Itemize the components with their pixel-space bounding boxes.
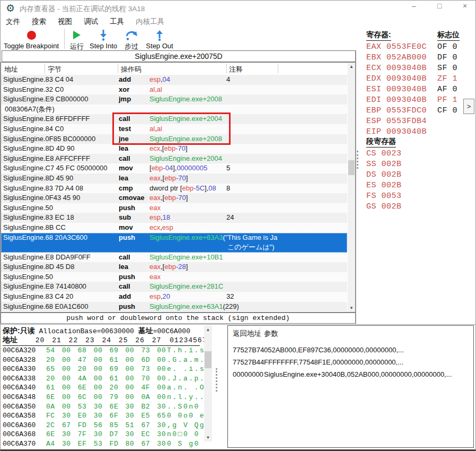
register-value[interactable]: ECX 0093040B — [366, 63, 427, 74]
toolbar: Toggle Breakpoint 运行 Step Into 步过 Step O… — [1, 28, 359, 50]
register-value[interactable]: ESP 0553FDB4 — [366, 116, 427, 127]
hex-scrollbar[interactable]: ▲ ▼ — [204, 326, 212, 441]
disasm-row[interactable]: SiglusEngine.50pusheax — [1, 203, 347, 213]
disasm-row[interactable]: SiglusEngine.83 C4 04addesp,044 — [1, 75, 347, 85]
step-out-arrow-up-icon — [154, 29, 165, 41]
stack-row[interactable]: 77527B44FFFFFFFF,77548F1E,00000000,00000… — [233, 356, 470, 368]
disasm-row[interactable]: SiglusEngine.E8 6FFDFFFFcallSiglusEngine… — [1, 114, 347, 124]
register-value[interactable]: EBP 0553FDC0 — [366, 106, 427, 116]
step-out-button[interactable]: Step Out — [143, 28, 176, 50]
hex-bytes: 6E 00 6C 00 79 00 0A 00 — [46, 393, 167, 402]
flag-value[interactable]: DF 0 — [437, 53, 457, 63]
disasm-row[interactable]: SiglusEngine.68 E0A1C600pushSiglusEngine… — [1, 302, 347, 312]
hex-bytes: 6E 30 7F 30 D7 30 EC 30 — [46, 430, 167, 439]
segment-register-value[interactable]: GS 002B — [366, 202, 402, 212]
hex-scroll-up-arrow[interactable]: ▲ — [204, 326, 212, 334]
menu-item-4[interactable]: 工具 — [110, 17, 124, 27]
disasm-row[interactable]: SiglusEngine.C7 45 FC 05000000mov[ebp-04… — [1, 163, 347, 174]
flag-value[interactable]: CF 0 — [437, 106, 457, 116]
disasm-row[interactable]: SiglusEngine.83 C4 20addesp,2032 — [1, 292, 347, 302]
register-value[interactable]: EDI 0093040B — [366, 95, 427, 106]
menu-item-3[interactable]: 调试 — [84, 17, 98, 27]
register-value[interactable]: ESI 0093040B — [366, 84, 427, 95]
disasm-row[interactable]: SiglusEngine.8D 45 D8leaeax,[ebp-28] — [1, 262, 347, 272]
segment-register-value[interactable]: CS 0023 — [366, 149, 402, 159]
segment-register-value[interactable]: DS 002B — [366, 170, 402, 180]
hex-row[interactable]: 00C6A358FC 30 E0 30 6F 30 E5 65 0 0o0 e — [3, 411, 210, 421]
segment-register-value[interactable]: FS 0053 — [366, 191, 402, 202]
hex-row[interactable]: 00C6A34061 00 6E 00 20 00 4F 00a.n. .O. — [3, 383, 210, 393]
bottom-splitter-handle[interactable] — [216, 368, 217, 392]
hex-row[interactable]: 00C6A3500A 00 53 30 6E 30 B2 30..S0n0 0 — [3, 402, 210, 412]
minimize-button[interactable]: – — [410, 2, 418, 10]
flag-value[interactable]: SF 0 — [437, 63, 457, 74]
register-value[interactable]: EIP 0093040B — [366, 127, 427, 137]
register-value[interactable]: EBX 052AB000 — [366, 53, 427, 63]
scroll-up-arrow[interactable]: ▲ — [348, 63, 355, 71]
maximize-button[interactable]: □ — [435, 2, 444, 10]
disasm-row[interactable]: SiglusEngine.0F85 BC000000jneSiglusEngin… — [1, 134, 347, 144]
disasm-row[interactable]: SiglusEngine.E8 74140800callSiglusEngine… — [1, 282, 347, 292]
menu-item-5[interactable]: 内核工具 — [136, 17, 164, 27]
instruction-address: SiglusEngine.E8 AFFCFFFF — [1, 154, 119, 164]
disasm-row[interactable]: SiglusEngine.0F43 45 90cmovaeeax,[ebp-70… — [1, 193, 347, 203]
menu-item-2[interactable]: 视图 — [58, 17, 72, 27]
run-button[interactable]: 运行 — [67, 28, 87, 51]
instruction-address: SiglusEngine.83 C4 20 — [1, 292, 119, 302]
hex-bytes: FC 30 E0 30 6F 30 E5 65 — [46, 411, 167, 421]
instruction-mnemonic: lea — [119, 144, 149, 154]
hex-scroll-down-arrow[interactable]: ▼ — [204, 433, 212, 441]
disasm-row[interactable]: 008306A7(条件) — [1, 105, 347, 115]
register-value[interactable]: EDX 0093040B — [366, 74, 427, 84]
hex-row[interactable]: 00C6A3486E 00 6C 00 79 00 0A 00n.l.y... — [3, 393, 210, 402]
disasm-row[interactable]: SiglusEngine.68 20A3C600pushSiglusEngine… — [1, 233, 347, 253]
column-header-opcode[interactable]: 操作码 — [121, 65, 142, 74]
scrollbar-thumb[interactable] — [348, 160, 355, 175]
disasm-row[interactable]: SiglusEngine.8D 45 90leaeax,[ebp-70] — [1, 174, 347, 184]
menu-item-0[interactable]: 文件 — [6, 17, 20, 27]
scroll-down-arrow[interactable]: ▼ — [348, 304, 355, 312]
disasm-row[interactable]: SiglusEngine.32 C0xoral,al — [1, 85, 347, 95]
flag-value[interactable]: AF 0 — [437, 84, 457, 95]
disasm-row[interactable]: SiglusEngine.83 7D A4 08cmpdword ptr [eb… — [1, 184, 347, 194]
column-header-comment[interactable]: 注释 — [229, 65, 243, 74]
stack-row[interactable]: 00000000SiglusEngine.exe+30040B,052AB000… — [233, 368, 470, 380]
hex-scrollbar-thumb[interactable] — [205, 351, 211, 368]
disasm-row[interactable]: SiglusEngine.8B CCmovecx,esp — [1, 223, 347, 233]
flag-value[interactable]: OF 0 — [437, 42, 457, 53]
vertical-splitter-handle[interactable] — [357, 151, 358, 169]
menu-item-1[interactable]: 搜索 — [32, 17, 46, 27]
flag-value[interactable]: ZF 1 — [437, 74, 457, 84]
return-address-column-header[interactable]: 返回地址 — [233, 329, 261, 339]
hex-row[interactable]: 00C6A3686E 30 7F 30 D7 30 EC 30n0□0 0 0 — [3, 430, 210, 439]
disasm-row[interactable]: SiglusEngine.E8 DDA9F0FFcallSiglusEngine… — [1, 253, 347, 263]
disassembly-scrollbar[interactable]: ▲ ▼ — [348, 63, 355, 312]
stack-row[interactable]: 77527B74052AB000,EF897C36,00000000,00000… — [233, 344, 470, 356]
parameters-column-header[interactable]: 参数 — [264, 329, 278, 339]
disasm-row[interactable]: SiglusEngine.E8 AFFCFFFFcallSiglusEngine… — [1, 154, 347, 164]
hex-row[interactable]: 00C6A33820 00 4A 00 61 00 70 00 .J.a.p. — [3, 374, 210, 384]
column-header-bytes[interactable]: 字节 — [48, 65, 61, 74]
disasm-row[interactable]: SiglusEngine.84 C0testal,al — [1, 124, 347, 134]
register-value[interactable]: EAX 0553FE0C — [366, 42, 427, 53]
protection-label: 保护:只读 — [3, 326, 35, 335]
address-input[interactable]: SiglusEngine.exe+20075D — [2, 50, 356, 62]
hex-row[interactable]: 00C6A32820 00 47 00 61 00 6D 00 .G.a.m. — [3, 355, 210, 365]
disasm-row[interactable]: SiglusEngine.50pusheax — [1, 272, 347, 282]
disasm-row[interactable]: SiglusEngine.8D 4D 90leaecx,[ebp-70] — [1, 144, 347, 154]
column-header-address[interactable]: 地址 — [4, 65, 18, 74]
hex-row[interactable]: 00C6A32054 00 68 00 69 00 73 00T.h.i.s. — [3, 346, 210, 355]
step-over-button[interactable]: 步过 — [120, 28, 143, 51]
hex-row[interactable]: 00C6A370A4 30 EF 53 FD 80 67 30 0 S g0 — [3, 439, 210, 449]
disasm-row[interactable]: SiglusEngine.83 EC 18subesp,1824 — [1, 213, 347, 223]
step-into-button[interactable]: Step Into — [87, 28, 120, 50]
hex-row[interactable]: 00C6A33065 00 20 00 69 00 73 00e. .i.s. — [3, 365, 210, 374]
expand-registers-button[interactable]: > — [463, 99, 474, 114]
close-button[interactable]: × — [461, 2, 469, 10]
flag-value[interactable]: PF 1 — [437, 95, 457, 106]
segment-register-value[interactable]: ES 002B — [366, 180, 402, 191]
toggle-breakpoint-button[interactable]: Toggle Breakpoint — [1, 28, 62, 50]
segment-register-value[interactable]: SS 002B — [366, 159, 402, 170]
hex-row[interactable]: 00C6A3602C 67 FD 56 85 51 67 30,g V Qg0 — [3, 421, 210, 430]
disasm-row[interactable]: SiglusEngine.E9 CB000000jmpSiglusEngine.… — [1, 94, 347, 105]
